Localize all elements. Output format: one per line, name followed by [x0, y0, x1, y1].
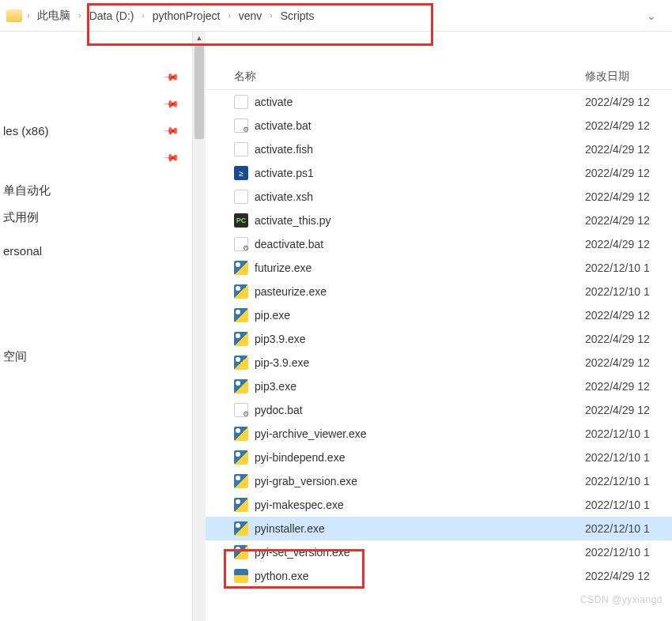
- file-date: 2022/4/29 12: [585, 167, 672, 179]
- file-name: pip3.9.exe: [255, 333, 585, 345]
- file-row[interactable]: pip3.exe2022/4/29 12: [206, 374, 672, 398]
- exe-py-icon: [234, 450, 248, 465]
- breadcrumb-item[interactable]: Data (D:)›: [85, 0, 148, 31]
- exe-py-icon: [234, 284, 248, 299]
- breadcrumb-item[interactable]: Scripts: [276, 0, 319, 31]
- file-name: pyi-set_version.exe: [255, 546, 585, 559]
- sidebar-item[interactable]: 式用例: [0, 204, 192, 231]
- file-row[interactable]: activate.ps12022/4/29 12: [206, 161, 672, 185]
- file-row[interactable]: pip.exe2022/4/29 12: [206, 303, 672, 327]
- file-row[interactable]: pip3.9.exe2022/4/29 12: [206, 327, 672, 351]
- file-row[interactable]: pyi-archive_viewer.exe2022/12/10 1: [206, 422, 672, 446]
- file-row[interactable]: pip-3.9.exe2022/4/29 12: [206, 351, 672, 374]
- breadcrumb-item[interactable]: 此电脑›: [32, 0, 84, 31]
- file-date: 2022/12/10 1: [585, 427, 672, 440]
- file-name: activate.fish: [255, 143, 585, 156]
- file-row[interactable]: activate.xsh2022/4/29 12: [206, 185, 672, 209]
- file-date: 2022/12/10 1: [585, 475, 672, 487]
- column-headers[interactable]: 名称 修改日期: [206, 63, 672, 90]
- file-name: pasteurize.exe: [255, 285, 585, 298]
- watermark: CSDN @yyxiangd: [580, 594, 663, 605]
- file-row[interactable]: deactivate.bat2022/4/29 12: [206, 232, 672, 256]
- file-row[interactable]: activate.fish2022/4/29 12: [206, 137, 672, 161]
- file-row[interactable]: pyi-makespec.exe2022/12/10 1: [206, 493, 672, 517]
- exe-py-icon: [234, 332, 248, 346]
- exe-py-icon: [234, 474, 248, 488]
- file-row[interactable]: pydoc.bat2022/4/29 12: [206, 398, 672, 422]
- file-name: deactivate.bat: [255, 238, 585, 250]
- file-name: pyi-grab_version.exe: [255, 475, 585, 487]
- file-name: activate.bat: [255, 119, 585, 132]
- sidebar-item[interactable]: les (x86)📌: [0, 117, 192, 144]
- file-name: activate: [255, 96, 585, 108]
- bat-icon: [234, 237, 248, 251]
- exe-py-icon: [234, 379, 248, 393]
- sidebar-item[interactable]: 📌: [0, 90, 192, 117]
- file-row[interactable]: futurize.exe2022/12/10 1: [206, 256, 672, 280]
- file-row[interactable]: activate2022/4/29 12: [206, 90, 672, 114]
- exe-py-icon: [234, 498, 248, 512]
- chevron-right-icon: ›: [225, 11, 233, 20]
- file-date: 2022/4/29 12: [585, 190, 672, 203]
- python-icon: [234, 569, 248, 583]
- sidebar-item[interactable]: 📌: [0, 144, 192, 171]
- exe-py-icon: [234, 521, 248, 536]
- file-row[interactable]: pasteurize.exe2022/12/10 1: [206, 280, 672, 303]
- breadcrumb-label: Scripts: [276, 9, 319, 22]
- chevron-down-icon[interactable]: ⌄: [647, 9, 666, 22]
- file-name: pip-3.9.exe: [255, 356, 585, 369]
- file-name: futurize.exe: [255, 262, 585, 274]
- sidebar-item[interactable]: 单自动化: [0, 177, 192, 204]
- file-name: pyi-archive_viewer.exe: [255, 427, 585, 440]
- file-row[interactable]: python.exe2022/4/29 12: [206, 564, 672, 588]
- pin-icon: 📌: [163, 95, 180, 112]
- file-date: 2022/4/29 12: [585, 380, 672, 393]
- file-name: pydoc.bat: [255, 404, 585, 416]
- file-date: 2022/12/10 1: [585, 546, 672, 559]
- scroll-up-icon[interactable]: ▲: [193, 32, 206, 44]
- file-name: python.exe: [255, 570, 585, 582]
- exe-py-icon: [234, 545, 248, 559]
- scrollbar-thumb[interactable]: [194, 44, 204, 139]
- chevron-right-icon[interactable]: ›: [24, 11, 32, 20]
- exe-py-icon: [234, 356, 248, 370]
- sidebar-item[interactable]: 📌: [0, 63, 192, 90]
- breadcrumb-item[interactable]: venv›: [234, 0, 276, 31]
- file-name: activate.xsh: [255, 190, 585, 203]
- exe-py-icon: [234, 308, 248, 322]
- file-date: 2022/4/29 12: [585, 214, 672, 227]
- file-date: 2022/4/29 12: [585, 96, 672, 108]
- file-row[interactable]: activate.bat2022/4/29 12: [206, 114, 672, 137]
- file-list-area: 名称 修改日期 activate2022/4/29 12activate.bat…: [206, 32, 672, 621]
- chevron-right-icon: ›: [266, 11, 275, 20]
- breadcrumb-label: venv: [234, 9, 267, 22]
- exe-py-icon: [234, 261, 248, 275]
- file-name: pyi-bindepend.exe: [255, 451, 585, 464]
- txt-icon: [234, 142, 248, 156]
- ps1-icon: [234, 166, 248, 180]
- breadcrumb[interactable]: › 此电脑› Data (D:)› pythonProject› venv› S…: [0, 0, 672, 32]
- column-header-date[interactable]: 修改日期: [585, 70, 672, 84]
- file-row[interactable]: pyinstaller.exe2022/12/10 1: [206, 517, 672, 540]
- exe-py-icon: [234, 427, 248, 441]
- sidebar-scrollbar[interactable]: ▲: [193, 32, 206, 621]
- file-date: 2022/4/29 12: [585, 238, 672, 250]
- folder-icon: [6, 9, 22, 22]
- file-date: 2022/4/29 12: [585, 404, 672, 416]
- file-date: 2022/4/29 12: [585, 119, 672, 132]
- column-header-name[interactable]: 名称: [234, 70, 585, 84]
- pin-icon: 📌: [163, 68, 180, 85]
- breadcrumb-item[interactable]: pythonProject›: [148, 0, 234, 31]
- file-row[interactable]: pyi-bindepend.exe2022/12/10 1: [206, 446, 672, 469]
- sidebar-item[interactable]: ersonal: [0, 237, 192, 264]
- breadcrumb-label: 此电脑: [32, 9, 75, 23]
- sidebar-item[interactable]: 空间: [0, 343, 192, 370]
- file-row[interactable]: pyi-grab_version.exe2022/12/10 1: [206, 469, 672, 493]
- file-row[interactable]: pyi-set_version.exe2022/12/10 1: [206, 540, 672, 564]
- sidebar: 📌 📌 les (x86)📌 📌 单自动化 式用例 ersonal 空间: [0, 32, 193, 621]
- breadcrumb-label: Data (D:): [85, 9, 139, 22]
- txt-icon: [234, 190, 248, 204]
- file-date: 2022/12/10 1: [585, 522, 672, 535]
- file-row[interactable]: activate_this.py2022/4/29 12: [206, 209, 672, 232]
- file-name: pyi-makespec.exe: [255, 499, 585, 511]
